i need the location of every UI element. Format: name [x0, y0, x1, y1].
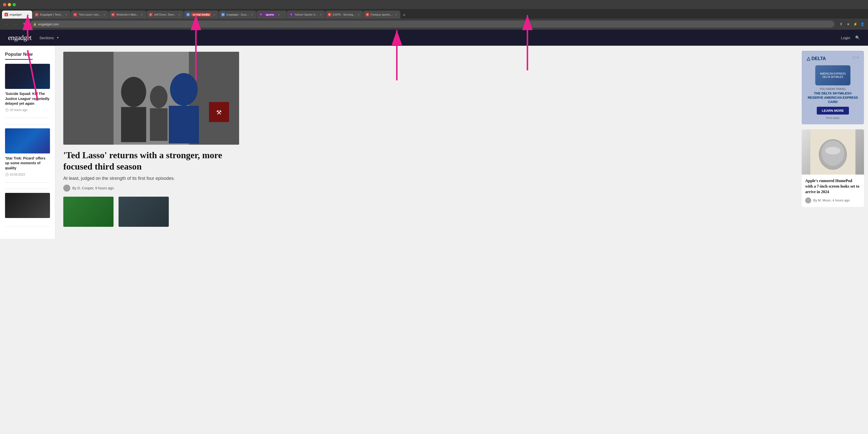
traffic-lights	[3, 3, 16, 6]
add-tab-button[interactable]: +	[401, 11, 408, 19]
tab-ted-lasso[interactable]: e 'Ted Lasso' retu... ✕	[71, 10, 108, 19]
tab-jeff-dunn[interactable]: e Jeff Dunn, Seni... ✕	[147, 10, 184, 19]
hero-image-placeholder: ⚒	[63, 52, 239, 145]
close-button[interactable]	[3, 3, 6, 6]
bottom-thumb-1[interactable]	[63, 197, 114, 227]
bottom-articles	[63, 197, 239, 227]
author-avatar	[63, 185, 70, 192]
header-left: engadget Sections ▾	[8, 34, 59, 42]
bottom-thumb-2[interactable]	[119, 197, 169, 227]
sidebar-article-2-image[interactable]	[5, 128, 50, 153]
site-logo[interactable]: engadget	[8, 34, 31, 42]
svg-rect-4	[121, 107, 146, 142]
tab-yahoo-close[interactable]: ✕	[319, 13, 322, 16]
tab-google-close[interactable]: ✕	[250, 13, 254, 16]
homepod-article-meta: By M. Moon, 4 hours ago	[805, 197, 861, 204]
right-article-homepod: Apple's rumored HomePod with a 7-inch sc…	[802, 129, 864, 207]
extensions-icon[interactable]: ⚡	[852, 21, 858, 27]
tab-fantasy-sports[interactable]: E Fantasy sports,... ✕	[363, 10, 400, 19]
tab-ted-lasso-label: 'Ted Lasso' retu...	[79, 13, 101, 16]
title-bar	[0, 0, 868, 9]
nintendos-favicon: e	[111, 13, 115, 16]
jeff-dunn-favicon: e	[149, 13, 152, 16]
url-bar[interactable]: 🔒 engadget.com	[30, 21, 834, 28]
tab-espn-close[interactable]: ✕	[357, 13, 361, 16]
fantasy-favicon: E	[366, 13, 369, 16]
back-button[interactable]: ←	[3, 21, 10, 28]
tab-nintendos-mari[interactable]: e Nintendo's Mari... ✕	[109, 10, 146, 19]
social-media-badge: social media	[191, 13, 211, 16]
ad-you-know-text: YOU KNOW TRAVEL	[807, 87, 859, 90]
tab-yahoo-label: Yahoo! Sports V...	[294, 13, 317, 16]
tab-fantasy-close[interactable]: ✕	[394, 13, 398, 16]
sections-label: Sections	[39, 36, 54, 40]
tab-google-label: engadget - Goo...	[226, 13, 249, 16]
sidebar-article-2-title[interactable]: 'Star Trek: Picard' offers up some momen…	[5, 156, 50, 171]
page-content: Popular Now 'Suicide Squad: Kill The Jus…	[0, 46, 868, 239]
tab-jeff-dunn-close[interactable]: ✕	[178, 13, 181, 16]
sidebar-article-1-image[interactable]	[5, 64, 50, 89]
tab-engadget-close[interactable]: ✕	[26, 13, 30, 16]
engadget-page: engadget Sections ▾ Login 🔍 Popular Now …	[0, 30, 868, 434]
yahoo-favicon: Y	[289, 13, 293, 16]
tab-engadget[interactable]: e engadget ✕	[2, 10, 32, 19]
tab-engadget-google[interactable]: G engadget - Goo... ✕	[219, 10, 256, 19]
sections-nav[interactable]: Sections ▾	[39, 36, 59, 40]
sidebar-article-2: 'Star Trek: Picard' offers up some momen…	[5, 128, 50, 183]
browser-frame: e engadget ✕ e Engadget | Tech... ✕ e 'T…	[0, 0, 868, 30]
url-text: engadget.com	[38, 22, 831, 26]
tab-espn-label: ESPN - Serving...	[333, 13, 355, 16]
tab-nintendos-close[interactable]: ✕	[140, 13, 144, 16]
search-icon[interactable]: 🔍	[855, 35, 860, 40]
bookmark-icon[interactable]: ★	[845, 21, 851, 27]
social-media-favicon: G	[186, 13, 190, 16]
toolbar-icons: ⬆ ★ ⚡ 👤	[838, 21, 865, 27]
right-author-avatar	[805, 197, 811, 204]
login-button[interactable]: Login	[841, 36, 850, 40]
ad-close-icon[interactable]: ✕	[857, 56, 859, 60]
delta-card-image: AMERICAN EXPRESSDELTA SKYMILES	[815, 65, 850, 85]
maximize-button[interactable]	[12, 3, 16, 6]
tab-sports-close[interactable]: ✕	[277, 13, 281, 16]
ad-headline: THE DELTA SKYMILES® RESERVE AMERICAN EXP…	[807, 91, 859, 104]
profile-icon[interactable]: 👤	[860, 21, 865, 27]
sports-badge: sports	[264, 13, 276, 16]
svg-point-7	[150, 86, 167, 108]
ted-lasso-favicon: e	[73, 13, 77, 16]
tab-engadget-tech-label: Engadget | Tech...	[40, 13, 63, 16]
sidebar-article-3-image[interactable]	[5, 193, 50, 218]
refresh-button[interactable]: ↻	[21, 21, 28, 28]
left-sidebar: Popular Now 'Suicide Squad: Kill The Jus…	[0, 46, 55, 239]
address-bar: ← → ↻ 🔒 engadget.com ⬆ ★ ⚡ 👤	[0, 19, 868, 30]
site-header: engadget Sections ▾ Login 🔍	[0, 30, 868, 46]
svg-point-5	[170, 73, 198, 106]
tab-social-media[interactable]: G social media ✕	[184, 10, 218, 19]
tab-espn-serving[interactable]: E ESPN - Serving... ✕	[325, 10, 363, 19]
tab-social-media-close[interactable]: ✕	[213, 13, 216, 16]
tab-fantasy-label: Fantasy sports,...	[371, 13, 393, 16]
homepod-article-title[interactable]: Apple's rumored HomePod with a 7-inch sc…	[805, 178, 861, 195]
engadget-tech-favicon: e	[35, 13, 38, 16]
sports-favicon: Y	[259, 13, 262, 16]
espn-favicon: E	[328, 13, 331, 16]
tab-nintendos-label: Nintendo's Mari...	[116, 13, 138, 16]
google-favicon: G	[221, 13, 225, 16]
sidebar-article-1-title[interactable]: 'Suicide Squad: Kill The Justice League'…	[5, 91, 50, 106]
forward-button[interactable]: →	[12, 21, 19, 28]
tab-sports[interactable]: Y sports ✕	[256, 10, 286, 19]
delta-ad[interactable]: △ DELTA ⓘ ✕ AMERICAN EXPRESSDELTA SKYMIL…	[802, 51, 864, 124]
hero-subtitle: At least, judged on the strength of its …	[63, 176, 239, 181]
share-icon[interactable]: ⬆	[838, 21, 844, 27]
ad-cta-button[interactable]: LEARN MORE	[817, 107, 849, 115]
right-author-byline: By M. Moon, 4 hours ago	[813, 198, 850, 202]
ad-terms: Terms apply.	[807, 117, 859, 119]
tab-engadget-tech[interactable]: e Engadget | Tech... ✕	[32, 10, 70, 19]
minimize-button[interactable]	[8, 3, 11, 6]
homepod-image[interactable]	[802, 129, 864, 175]
tab-engadget-tech-close[interactable]: ✕	[65, 13, 68, 16]
ad-info-icon[interactable]: ⓘ	[852, 56, 856, 60]
tab-ted-lasso-close[interactable]: ✕	[102, 13, 106, 16]
tab-yahoo-sports[interactable]: Y Yahoo! Sports V... ✕	[287, 10, 325, 19]
hero-image[interactable]: ⚒	[63, 52, 239, 145]
svg-point-3	[121, 77, 146, 107]
